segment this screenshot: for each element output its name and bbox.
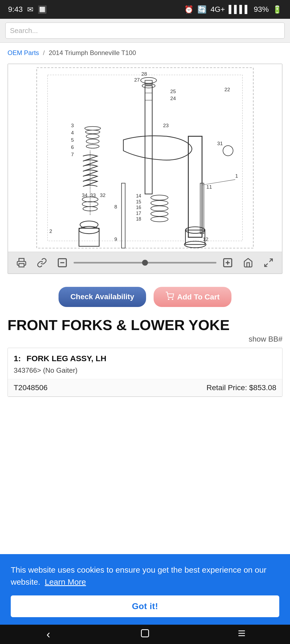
part-price-1: Retail Price: $853.08 (206, 383, 276, 392)
svg-text:23: 23 (163, 123, 169, 128)
part-number-1: 1: (14, 354, 25, 363)
breadcrumb-separator: / (43, 49, 45, 56)
diagram-image[interactable]: 28 27 25 24 22 23 31 (8, 64, 282, 252)
signal-label: 4G+ (211, 5, 225, 14)
page-title: FRONT FORKS & LOWER YOKE (0, 312, 290, 335)
parts-diagram-svg: 28 27 25 24 22 23 31 (8, 64, 282, 252)
search-bar[interactable]: Search... (5, 23, 285, 39)
svg-text:4: 4 (71, 130, 74, 136)
svg-text:27: 27 (134, 77, 140, 83)
part-header-1: 1: FORK LEG ASSY, LH (8, 348, 282, 365)
svg-text:7: 7 (71, 152, 74, 157)
diagram-container: 28 27 25 24 22 23 31 (8, 64, 282, 274)
svg-text:8: 8 (114, 204, 117, 210)
svg-text:16: 16 (136, 205, 141, 210)
bottom-nav: ‹ (0, 625, 290, 644)
svg-text:31: 31 (217, 141, 223, 146)
check-availability-button[interactable]: Check Availability (59, 287, 146, 307)
zoom-out-button[interactable] (55, 256, 69, 270)
svg-line-67 (265, 264, 268, 266)
svg-text:22: 22 (224, 87, 230, 92)
recent-apps-button[interactable] (231, 626, 252, 642)
home-nav-icon (140, 628, 150, 641)
svg-point-69 (172, 299, 173, 300)
parts-list: 1: FORK LEG ASSY, LH 343766> (No Gaiter)… (8, 348, 282, 397)
cookie-message: This website uses cookies to ensure you … (11, 564, 279, 588)
print-button[interactable] (15, 256, 28, 270)
add-to-cart-button[interactable]: Add To Cart (154, 287, 231, 307)
status-bar: 9:43 ✉ 🔲 ⏰ 🔄 4G+ ▌▌▌▌ 93% 🔋 (0, 0, 290, 19)
svg-line-66 (269, 259, 272, 262)
svg-text:18: 18 (136, 216, 141, 222)
signal-bars-icon: ▌▌▌▌ (229, 5, 250, 14)
search-placeholder: Search... (10, 27, 38, 35)
svg-text:1: 1 (235, 173, 238, 179)
cookie-learn-more-link[interactable]: Learn More (45, 577, 86, 586)
svg-point-68 (168, 299, 169, 300)
zoom-in-button[interactable] (221, 256, 235, 270)
cookie-banner: This website uses cookies to ensure you … (0, 554, 290, 625)
recent-apps-icon (237, 628, 247, 641)
svg-text:5: 5 (71, 137, 74, 143)
svg-text:32: 32 (100, 192, 106, 198)
svg-text:15: 15 (136, 199, 141, 204)
part-desc-1: 343766> (No Gaiter) (8, 365, 282, 379)
svg-text:12: 12 (203, 236, 208, 242)
svg-text:28: 28 (142, 71, 147, 77)
svg-text:25: 25 (170, 89, 176, 94)
back-icon: ‹ (46, 628, 50, 641)
svg-rect-60 (19, 264, 24, 267)
status-left: 9:43 ✉ 🔲 (8, 5, 47, 14)
svg-text:3: 3 (71, 123, 74, 128)
svg-text:2: 2 (49, 228, 52, 234)
svg-text:14: 14 (136, 193, 141, 199)
breadcrumb-vehicle: 2014 Triumph Bonneville T100 (49, 49, 136, 56)
home-nav-button[interactable] (134, 626, 156, 642)
add-to-cart-label: Add To Cart (177, 293, 220, 301)
sync-icon: 🔄 (197, 5, 207, 14)
home-button[interactable] (241, 256, 255, 270)
show-bb-link[interactable]: show BB# (249, 335, 282, 343)
svg-rect-70 (142, 630, 149, 637)
breadcrumb: OEM Parts / 2014 Triumph Bonneville T100 (0, 43, 290, 59)
cookie-got-it-button[interactable]: Got it! (11, 595, 279, 617)
svg-text:6: 6 (71, 144, 74, 150)
status-right: ⏰ 🔄 4G+ ▌▌▌▌ 93% 🔋 (184, 5, 282, 14)
action-buttons: Check Availability Add To Cart (0, 278, 290, 312)
battery-label: 93% (254, 5, 269, 14)
zoom-slider[interactable] (74, 262, 216, 264)
alarm-icon: ⏰ (184, 5, 194, 14)
part-details-1: T2048506 Retail Price: $853.08 (8, 379, 282, 396)
fullscreen-button[interactable] (262, 256, 276, 270)
svg-text:17: 17 (136, 211, 141, 216)
part-item-1: 1: FORK LEG ASSY, LH 343766> (No Gaiter)… (8, 348, 282, 397)
app-icon: 🔲 (38, 5, 47, 14)
svg-text:9: 9 (114, 236, 117, 242)
search-bar-area: Search... (0, 19, 290, 43)
diagram-toolbar (8, 252, 282, 273)
part-name-1: FORK LEG ASSY, LH (27, 354, 106, 363)
link-button[interactable] (35, 256, 49, 270)
svg-text:24: 24 (170, 96, 176, 101)
battery-icon: 🔋 (273, 5, 282, 14)
show-bb-area: show BB# (0, 335, 290, 348)
time-display: 9:43 (8, 5, 23, 14)
breadcrumb-oem-parts[interactable]: OEM Parts (8, 49, 39, 56)
cart-icon (165, 292, 174, 302)
email-icon: ✉ (27, 5, 33, 14)
svg-text:11: 11 (206, 184, 212, 190)
back-button[interactable]: ‹ (38, 626, 59, 642)
zoom-slider-area[interactable] (55, 256, 235, 270)
zoom-slider-thumb[interactable] (142, 260, 148, 266)
part-sku-1: T2048506 (14, 383, 48, 392)
